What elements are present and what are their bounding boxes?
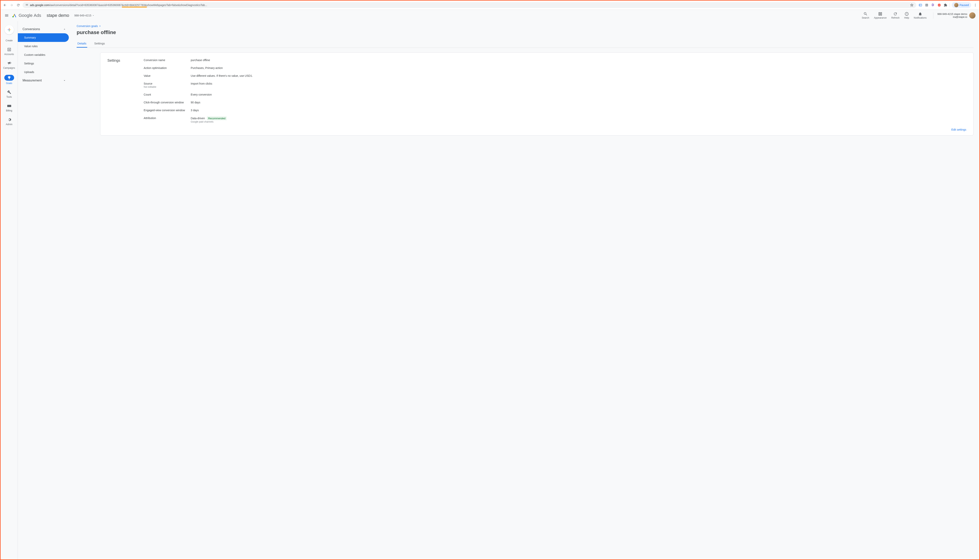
plus-icon xyxy=(7,28,12,32)
rail-campaigns[interactable]: Campaigns xyxy=(1,60,18,70)
tab-settings[interactable]: Settings xyxy=(94,40,105,48)
svg-point-8 xyxy=(975,6,976,7)
breadcrumb[interactable]: Conversion goals xyxy=(77,25,101,28)
trophy-icon xyxy=(7,76,11,80)
hamburger-menu[interactable] xyxy=(5,13,9,18)
row-label: Attribution xyxy=(144,117,191,123)
content: Conversion goals All Time 22 Jan 2021 – … xyxy=(71,21,979,560)
gear-icon xyxy=(7,117,12,122)
extension-icon[interactable]: D xyxy=(931,3,935,7)
accounts-icon xyxy=(7,47,12,52)
svg-rect-0 xyxy=(919,4,922,6)
chevron-down-icon xyxy=(92,14,94,17)
account-id: 988-949-4215 xyxy=(74,14,91,17)
row-label: Engaged-view conversion window xyxy=(144,109,191,112)
row-value-attribution: Data-driven Recommended Google paid chan… xyxy=(191,117,966,123)
sidebar-item-custom-variables[interactable]: Custom variables xyxy=(18,50,71,59)
svg-rect-1 xyxy=(920,5,920,6)
paused-label: Paused xyxy=(960,3,969,7)
app-header: Google Ads stape demo 988-949-4215 Searc… xyxy=(1,10,979,21)
svg-text:ABP: ABP xyxy=(938,5,940,6)
page-title: purchase offline xyxy=(77,29,973,35)
nav-rail: Create Accounts Campaigns Goals Tools Bi… xyxy=(1,21,18,560)
user-block[interactable]: 988-949-4215 stape demo ira@stape.io xyxy=(933,12,975,18)
campaigns-icon xyxy=(7,61,12,65)
create-button[interactable] xyxy=(5,25,14,35)
adblock-icon[interactable]: ABP xyxy=(937,3,942,7)
site-info-icon xyxy=(25,3,28,7)
avatar-icon xyxy=(954,3,958,7)
browser-toolbar: ads.google.com/aw/conversions/detail?oci… xyxy=(1,1,979,10)
notifications-tool[interactable]: Notifications xyxy=(914,12,926,19)
svg-text:?: ? xyxy=(906,13,907,15)
sidebar: Conversions Summary Value rules Custom v… xyxy=(18,21,71,560)
row-label: Click-through conversion window xyxy=(144,101,191,104)
recommended-badge: Recommended xyxy=(207,117,227,120)
refresh-icon xyxy=(893,12,898,16)
account-name: stape demo xyxy=(47,13,69,18)
sidebar-group-measurement[interactable]: Measurement xyxy=(18,77,71,85)
sidebar-item-uploads[interactable]: Uploads xyxy=(18,68,71,77)
sidebar-item-value-rules[interactable]: Value rules xyxy=(18,42,71,50)
card-title: Settings xyxy=(107,58,120,123)
forward-button[interactable] xyxy=(9,3,14,7)
help-icon: ? xyxy=(905,12,909,16)
star-icon[interactable] xyxy=(910,3,913,7)
help-tool[interactable]: ?Help xyxy=(904,12,909,19)
row-label: Action optimisation xyxy=(144,67,191,70)
row-value: 3 days xyxy=(191,109,966,112)
user-avatar xyxy=(969,12,975,18)
extension-icon[interactable] xyxy=(918,3,923,7)
refresh-tool[interactable]: Refresh xyxy=(891,12,900,19)
chrome-menu-icon[interactable] xyxy=(973,3,977,7)
rail-admin[interactable]: Admin xyxy=(1,117,18,127)
profile-chip[interactable]: Paused xyxy=(952,2,971,8)
tools-icon xyxy=(7,90,12,94)
svg-point-7 xyxy=(975,5,976,5)
appearance-tool[interactable]: Appearance xyxy=(874,12,887,19)
chevron-right-icon xyxy=(99,25,101,27)
url-text: ads.google.com/aw/conversions/detail?oci… xyxy=(30,3,207,7)
rail-accounts[interactable]: Accounts xyxy=(1,47,18,57)
row-label: Value xyxy=(144,74,191,77)
tab-details[interactable]: Details xyxy=(77,40,87,48)
reload-button[interactable] xyxy=(16,3,20,7)
sidebar-group-conversions[interactable]: Conversions xyxy=(18,25,71,33)
row-value: 90 days xyxy=(191,101,966,104)
tabs: Details Settings xyxy=(77,40,973,48)
appearance-icon xyxy=(878,12,882,16)
ads-logo-icon xyxy=(12,13,17,18)
bell-icon xyxy=(918,12,922,16)
row-value: purchase offline xyxy=(191,58,966,62)
user-text: 988-949-4215 stape demo ira@stape.io xyxy=(937,13,967,18)
chevron-up-icon xyxy=(63,28,66,31)
search-icon xyxy=(863,12,868,16)
row-label-source: Source Not editable xyxy=(144,82,191,88)
row-label: Count xyxy=(144,93,191,96)
row-value: Use different values. If there's no valu… xyxy=(191,74,966,77)
extensions-menu-icon[interactable] xyxy=(943,3,948,7)
url-bar[interactable]: ads.google.com/aw/conversions/detail?oci… xyxy=(23,2,916,8)
google-ads-logo[interactable]: Google Ads xyxy=(12,13,41,18)
row-label: Conversion name xyxy=(144,58,191,62)
chevron-down-icon xyxy=(63,79,66,82)
billing-icon xyxy=(7,104,12,108)
rail-tools[interactable]: Tools xyxy=(1,89,18,99)
row-value: Every conversion xyxy=(191,93,966,96)
back-button[interactable] xyxy=(3,3,7,7)
search-tool[interactable]: Search xyxy=(862,12,869,19)
sidebar-item-summary[interactable]: Summary xyxy=(18,33,69,42)
rail-goals[interactable]: Goals xyxy=(1,74,18,85)
edit-settings-link[interactable]: Edit settings xyxy=(952,128,966,131)
sidebar-item-settings[interactable]: Settings xyxy=(18,59,71,68)
svg-point-9 xyxy=(12,16,13,17)
extension-icon[interactable]: </> xyxy=(925,3,929,7)
svg-point-6 xyxy=(975,4,976,4)
svg-text:</>: </> xyxy=(926,5,928,6)
settings-card: Settings Conversion name purchase offlin… xyxy=(100,52,973,135)
row-value: Import from clicks xyxy=(191,82,966,88)
rail-create-label: Create xyxy=(1,38,18,43)
extension-icons: </> D ABP Paused xyxy=(918,2,977,8)
rail-billing[interactable]: Billing xyxy=(1,103,18,113)
account-selector[interactable]: 988-949-4215 xyxy=(74,14,94,17)
